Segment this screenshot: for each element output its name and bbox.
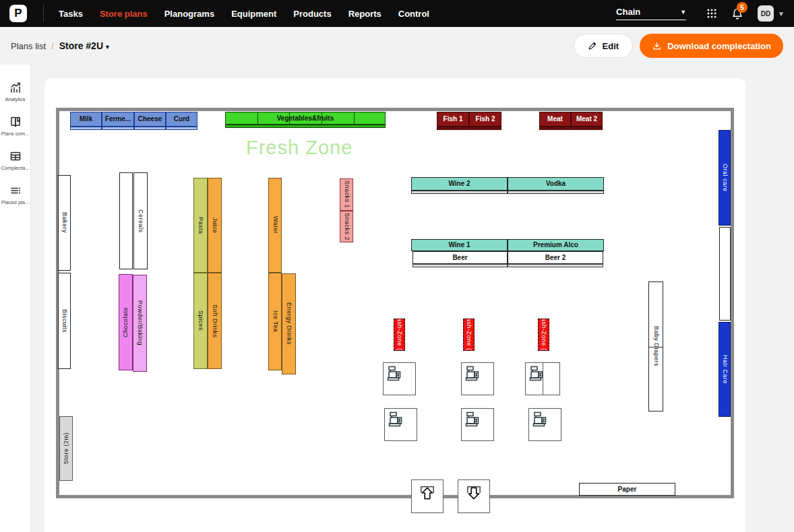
checkout-3[interactable] (525, 362, 560, 395)
cash-zone-1-label: Cash-Zone (... (396, 319, 402, 351)
shelf-milk[interactable]: Milk (70, 112, 102, 127)
edit-button-label: Edit (603, 41, 619, 51)
shelf-fish-2[interactable]: Fish 2 (469, 112, 501, 127)
shelf-energy-drinks[interactable]: Energy Drinks (282, 273, 296, 374)
shelf-baby-diapers[interactable]: Baby Diapers (648, 281, 663, 411)
download-complectation-button[interactable]: Download complectation (640, 34, 783, 58)
shelf-vodka-label: Vodka (546, 180, 566, 187)
shelf-meat-label: Meat (547, 116, 563, 123)
sidebar-item-placed[interactable]: Placed pla... (0, 184, 31, 205)
cash-zone-1[interactable]: Cash-Zone (... (394, 319, 405, 351)
sidebar-item-plans[interactable]: Plans com... (0, 115, 31, 137)
shelf-powder-baking[interactable]: Powder/Baking (133, 275, 147, 372)
shelf-store-2m[interactable]: Store (2m) (59, 416, 73, 481)
notifications-bell-icon[interactable]: 5 (731, 7, 744, 20)
shelf-vegetables-fruits[interactable]: Vegetables&fruits (225, 112, 386, 125)
sidebar-item-label: Analytics (5, 96, 25, 102)
shelf-snacks-1[interactable]: Snacks 1 (340, 178, 353, 211)
shelf-biscuits[interactable]: Biscuits (58, 273, 71, 369)
nav-control[interactable]: Control (398, 9, 429, 19)
sidebar-item-label: Placed pla... (1, 199, 29, 205)
breadcrumb: Plans list / Store #2U▼ (11, 40, 111, 51)
cash-zone-2[interactable]: Cash-Zone (... (463, 319, 475, 351)
shelf-bakery[interactable]: Bakery (58, 175, 71, 271)
shelf-water[interactable]: Water (268, 178, 282, 273)
cash-register-icon (532, 411, 549, 428)
shelf-cereals[interactable]: Cereals (133, 172, 148, 269)
shelf-meat-2[interactable]: Meat 2 (571, 112, 603, 127)
shelf-meat-2-label: Meat 2 (576, 116, 597, 123)
chain-dropdown[interactable]: Chain ▼ (616, 7, 686, 20)
shelf-beer-2-label: Beer 2 (545, 255, 566, 261)
shelf-hair-care[interactable]: Hair Care (719, 322, 731, 417)
fresh-zone-label[interactable]: Fresh Zone (246, 137, 353, 159)
shelf-oral-care[interactable]: Oral care (719, 130, 731, 226)
cash-register-icon (464, 366, 482, 382)
shelf-curd[interactable]: Curd (166, 112, 197, 127)
shelf-cereals-label: Cereals (138, 209, 144, 233)
breadcrumb-store-selector[interactable]: Store #2U▼ (59, 40, 111, 51)
shelf-pasta-label: Pasta (197, 217, 204, 234)
exit-arrow-down-icon (464, 484, 483, 502)
checkout-1[interactable] (383, 362, 416, 395)
door-entrance[interactable] (411, 479, 444, 513)
nav-equipment[interactable]: Equipment (231, 9, 276, 19)
shelf-fish-1[interactable]: Fish 1 (437, 112, 469, 127)
sidebar-item-label: Plans com... (1, 131, 29, 137)
cash-register-icon (464, 411, 482, 428)
shelf-biscuits-label: Biscuits (61, 309, 67, 333)
shelf-premium-alco[interactable]: Premium Alco (508, 239, 604, 251)
edit-button[interactable]: Edit (574, 34, 634, 58)
nav-planograms[interactable]: Planograms (164, 9, 214, 19)
shelf-cheese[interactable]: Cheese (134, 112, 166, 127)
shelf-chocolate-label: Chocolate (123, 307, 129, 337)
shelf-energy-drinks-label: Energy Drinks (286, 302, 292, 345)
nav-tasks[interactable]: Tasks (59, 9, 83, 19)
shelf-fermented[interactable]: Ferme... (102, 112, 134, 127)
checkout-5[interactable] (461, 408, 494, 441)
shelf-paper[interactable]: Paper (579, 483, 675, 496)
nav-products[interactable]: Products (293, 9, 331, 19)
shelf-side-empty[interactable] (719, 227, 731, 321)
shelf-wine-1[interactable]: Wine 1 (411, 239, 508, 251)
shelf-cheese-label: Cheese (138, 116, 162, 123)
sidebar-item-complectations[interactable]: Complecta... (0, 149, 31, 171)
shelf-ice-tea[interactable]: Ice Tea (268, 273, 282, 370)
shelf-beer[interactable]: Beer (413, 251, 508, 264)
shelf-chocolate[interactable]: Chocolate (119, 274, 133, 370)
account-chevron-down-icon[interactable]: ▼ (778, 10, 785, 18)
avatar[interactable]: DD (758, 5, 774, 22)
shelf-pasta[interactable]: Pasta (193, 178, 208, 273)
checkout-6[interactable] (528, 408, 561, 441)
cash-zone-2-label: Cash-Zone (... (466, 319, 472, 351)
shelf-empty-rack[interactable] (119, 172, 133, 269)
shelf-meat[interactable]: Meat (539, 112, 571, 127)
page-title: Store #2U (59, 40, 103, 51)
shelf-fish-2-label: Fish 2 (476, 116, 495, 123)
shelf-wine-2[interactable]: Wine 2 (411, 177, 508, 191)
shelf-snacks-2[interactable]: Snacks 2 (340, 211, 353, 242)
shelf-vodka[interactable]: Vodka (508, 177, 604, 191)
nav-reports[interactable]: Reports (348, 9, 381, 19)
shelf-ice-tea-label: Ice Tea (272, 310, 278, 332)
shelf-store-2m-label: Store (2m) (63, 432, 69, 465)
breadcrumb-plans-list[interactable]: Plans list (11, 41, 46, 51)
cash-zone-3[interactable]: Cash-Zone (... (538, 319, 549, 351)
app-logo[interactable]: P (9, 5, 27, 22)
shelf-spices[interactable]: Spices (193, 273, 208, 369)
checkout-2[interactable] (461, 362, 494, 395)
shelf-beer-2[interactable]: Beer 2 (508, 251, 603, 264)
shelf-wine-1-label: Wine 1 (448, 242, 470, 248)
shelf-soft-drinks[interactable]: Soft Drinks (208, 273, 222, 369)
list-icon (9, 184, 22, 197)
sidebar-item-analytics[interactable]: Analytics (0, 81, 31, 102)
shelf-milk-label: Milk (80, 116, 92, 123)
shelf-juice[interactable]: Juice (208, 178, 222, 273)
shelf-powder-baking-label: Powder/Baking (137, 300, 143, 345)
page-header: Plans list / Store #2U▼ Edit Download co… (0, 27, 794, 65)
apps-grid-icon[interactable] (706, 8, 717, 19)
door-exit[interactable] (458, 479, 490, 513)
shelf-oral-care-label: Oral care (722, 164, 728, 192)
checkout-4[interactable] (384, 408, 417, 441)
nav-store-plans[interactable]: Store plans (100, 9, 148, 19)
